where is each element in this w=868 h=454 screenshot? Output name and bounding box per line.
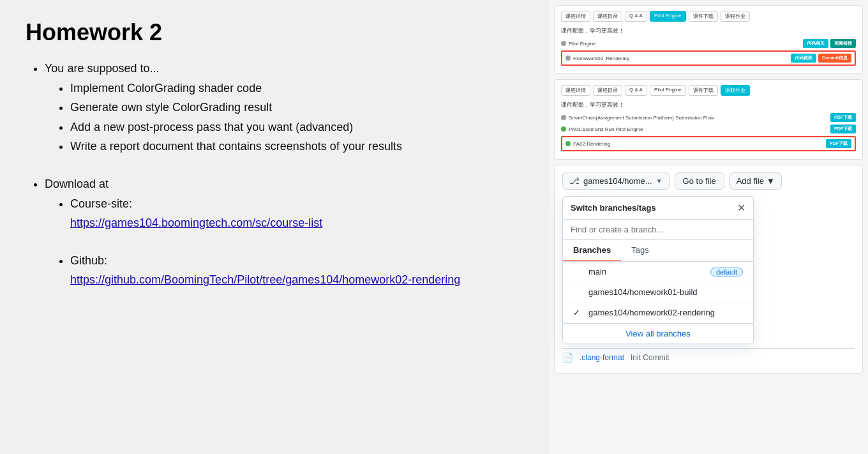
branch-list: main default games104/homework01-build ✓… [563, 262, 753, 323]
dropdown-title: Switch branches/tags [571, 203, 656, 213]
left-panel: Homework 2 You are supposed to... Implem… [0, 0, 549, 454]
content-list: You are supposed to... Implement ColorGr… [26, 59, 523, 290]
branch-item-hw01[interactable]: games104/homework01-build [563, 282, 753, 303]
chevron-down-icon: ▼ [656, 178, 662, 185]
default-badge: default [710, 268, 743, 276]
branch-icon: ⎇ [569, 176, 580, 186]
row-pa01: PA01:Build and Run Pilot Engine PDF下载 [561, 125, 856, 133]
branch-selector[interactable]: ⎇ games104/home... ▼ [562, 172, 670, 190]
github-item: Github: https://github.com/BoomingTech/P… [70, 251, 523, 290]
chevron-down-icon-2: ▼ [767, 176, 775, 186]
course-screenshot-bottom: 课程详情 课程目录 Q & A Pilot Engine 课件下载 课程作业 课… [554, 79, 863, 160]
right-panel: 课程详情 课程目录 Q & A Pilot Engine 课件下载 课程作业 课… [549, 0, 868, 454]
tab2-课程作业[interactable]: 课程作业 [721, 85, 750, 96]
view-all-branches-link[interactable]: View all branches [563, 323, 753, 344]
dot-5 [565, 141, 571, 146]
task-1: Implement ColorGrading shader code [70, 79, 523, 98]
btn-pdf1[interactable]: PDF下载 [830, 113, 856, 122]
tab2-课件下载[interactable]: 课件下载 [689, 85, 718, 96]
commit-message: Init Commit [631, 353, 855, 362]
dot-4 [561, 126, 566, 132]
branch-search-input[interactable] [563, 220, 753, 240]
branch-label: games104/home... [583, 176, 652, 186]
course-tabs-top: 课程详情 课程目录 Q & A Pilot Engine 课件下载 课程作业 [561, 11, 856, 22]
task-3: Add a new post-process pass that you wan… [70, 117, 523, 137]
subtitle-bottom: 课件配套，学习更高效！ [561, 101, 856, 109]
check-icon-active: ✓ [573, 308, 583, 317]
tab-pilot-engine[interactable]: Pilot Engine [650, 11, 686, 22]
dot-icon-2 [565, 56, 571, 61]
btn-screenshot[interactable]: 代码截图 [791, 54, 816, 63]
intro-item: You are supposed to... Implement ColorGr… [45, 59, 523, 156]
close-button[interactable]: ✕ [737, 202, 745, 214]
tab-tags[interactable]: Tags [621, 240, 659, 261]
tab2-qa[interactable]: Q & A [625, 85, 647, 96]
course-tabs-bottom: 课程详情 课程目录 Q & A Pilot Engine 课件下载 课程作业 [561, 85, 856, 96]
add-file-button[interactable]: Add file ▼ [730, 172, 782, 190]
download-heading: Download at Course-site: https://games10… [45, 174, 523, 290]
btn-pdf3[interactable]: PDF下载 [826, 139, 851, 148]
check-placeholder-2 [573, 287, 583, 297]
dot-icon [561, 41, 566, 46]
subtitle-top: 课件配套，学习更高效！ [561, 27, 856, 35]
file-row: 📄 .clang-format Init Commit [562, 348, 855, 367]
go-to-file-button[interactable]: Go to file [675, 172, 724, 190]
github-link[interactable]: https://github.com/BoomingTech/Pilot/tre… [70, 273, 460, 286]
row-pa02: PA02:Rendering PDF下载 [561, 136, 856, 151]
github-toolbar: ⎇ games104/home... ▼ Go to file Add file… [562, 172, 855, 190]
course-row-homework: Homework02_Rendering 代码截图 Commit信息 [561, 50, 856, 66]
course-site-link[interactable]: https://games104.boomingtech.com/sc/cour… [70, 216, 322, 229]
branch-item-hw02[interactable]: ✓ games104/homework02-rendering [563, 303, 753, 323]
task-2: Generate own style ColorGrading result [70, 98, 523, 117]
dropdown-header: Switch branches/tags ✕ [563, 197, 753, 220]
tab-课件下载[interactable]: 课件下载 [689, 11, 718, 22]
page-title: Homework 2 [26, 19, 523, 46]
course-row-pilot: Pilot Engine 代码相关 视频链接 [561, 39, 856, 48]
tab-课程详情[interactable]: 课程详情 [561, 11, 590, 22]
btn-pdf2[interactable]: PDF下载 [830, 125, 856, 133]
tab2-课程详情[interactable]: 课程详情 [561, 85, 590, 96]
file-name[interactable]: .clang-format [580, 353, 624, 362]
course-site-item: Course-site: https://games104.boomingtec… [70, 194, 523, 233]
btn-commit[interactable]: Commit信息 [818, 54, 851, 63]
tab-课程作业[interactable]: 课程作业 [721, 11, 750, 22]
task-4: Write a report document that contains sc… [70, 137, 523, 156]
btn-code[interactable]: 代码相关 [803, 39, 828, 48]
dropdown-tabs: Branches Tags [563, 240, 753, 262]
tab2-课程目录[interactable]: 课程目录 [593, 85, 622, 96]
check-placeholder [573, 267, 583, 276]
github-area: ⎇ games104/home... ▼ Go to file Add file… [554, 165, 863, 374]
file-icon: 📄 [562, 352, 573, 363]
tab2-pilot-engine[interactable]: Pilot Engine [650, 85, 686, 96]
branch-dropdown: Switch branches/tags ✕ Branches Tags mai… [562, 196, 754, 344]
tab-课程目录[interactable]: 课程目录 [593, 11, 622, 22]
row-submission: SmartChain(Assignment Submission Platfor… [561, 113, 856, 122]
branch-item-main[interactable]: main default [563, 262, 753, 282]
dot-3 [561, 115, 566, 120]
btn-video[interactable]: 视频链接 [830, 39, 856, 48]
course-screenshot-top: 课程详情 课程目录 Q & A Pilot Engine 课件下载 课程作业 课… [554, 5, 863, 74]
tab-qa[interactable]: Q & A [625, 11, 647, 22]
tab-branches[interactable]: Branches [563, 240, 621, 261]
